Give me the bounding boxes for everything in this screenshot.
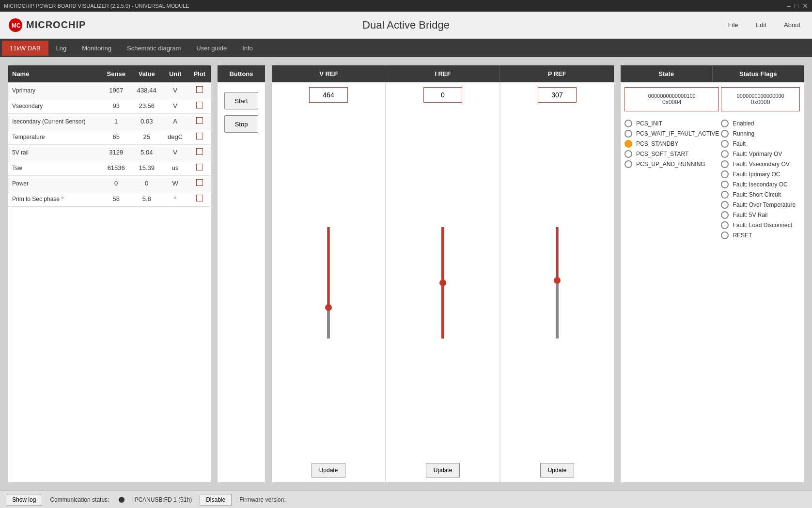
- cell-name: Tsw: [8, 160, 101, 176]
- maximize-icon[interactable]: □: [795, 2, 798, 10]
- pref-thumb[interactable]: [554, 277, 561, 284]
- menu-edit[interactable]: Edit: [752, 19, 770, 31]
- cell-value: 15.39: [131, 160, 162, 176]
- iref-track[interactable]: [441, 227, 444, 339]
- bottom-bar: Show log Communication status: PCANUSB:F…: [0, 491, 812, 508]
- title-bar: MICROCHIP POWER BOARD VISUALIZER (2.2.5.…: [0, 0, 812, 12]
- menu-bar: MC MICROCHIP Dual Active Bridge File Edi…: [0, 12, 812, 39]
- menu-file[interactable]: File: [724, 19, 742, 31]
- flag-item: Fault: Short Circuit: [721, 191, 800, 199]
- cell-value: 23.56: [131, 98, 162, 114]
- cell-sense: 61536: [101, 160, 131, 176]
- tab-user-guide[interactable]: User guide: [188, 41, 234, 56]
- state-radio[interactable]: [625, 160, 632, 168]
- cell-unit: °: [162, 191, 188, 207]
- tab-monitoring[interactable]: Monitoring: [74, 41, 119, 56]
- buttons-content: Start Stop: [218, 82, 265, 142]
- state-radio[interactable]: [625, 120, 632, 127]
- flag-item-label: Fault: Short Circuit: [733, 191, 781, 198]
- cell-name: Temperature: [8, 129, 101, 145]
- disable-button[interactable]: Disable: [200, 494, 232, 506]
- iref-update-button[interactable]: Update: [426, 463, 460, 477]
- state-radio[interactable]: [625, 130, 632, 138]
- flag-radio[interactable]: [721, 231, 729, 239]
- logo-text: MICROCHIP: [26, 19, 86, 31]
- flag-radio[interactable]: [721, 160, 729, 168]
- menu-about[interactable]: About: [780, 19, 804, 31]
- pref-input[interactable]: [538, 87, 577, 103]
- show-log-button[interactable]: Show log: [6, 494, 42, 506]
- cell-sense: 3129: [101, 145, 131, 160]
- flag-item-label: Fault: Vprimary OV: [733, 151, 782, 157]
- cell-sense: 1967: [101, 83, 131, 98]
- cell-unit: us: [162, 160, 188, 176]
- plot-checkbox[interactable]: [196, 148, 203, 155]
- tab-info[interactable]: Info: [234, 41, 261, 56]
- state-item-label: PCS_UP_AND_RUNNING: [636, 161, 705, 168]
- table-row: Vsecondary 93 23.56 V: [8, 98, 211, 114]
- minimize-icon[interactable]: –: [787, 2, 791, 10]
- logo: MC MICROCHIP: [8, 17, 86, 33]
- flag-radio[interactable]: [721, 170, 729, 178]
- pref-fill: [556, 227, 558, 280]
- tab-log[interactable]: Log: [48, 41, 75, 56]
- buttons-panel: Buttons Start Stop: [217, 65, 265, 483]
- buttons-header-label: Buttons: [223, 65, 259, 82]
- pref-track[interactable]: [556, 227, 559, 339]
- flag-radio[interactable]: [721, 150, 729, 158]
- tab-11kw-dab[interactable]: 11kW DAB: [2, 41, 48, 56]
- plot-checkbox[interactable]: [196, 102, 203, 108]
- vref-input[interactable]: [309, 87, 348, 103]
- plot-checkbox[interactable]: [196, 179, 203, 186]
- flag-item-label: Running: [733, 130, 754, 137]
- col-name: Name: [8, 65, 101, 83]
- cell-name: Vsecondary: [8, 98, 101, 114]
- pref-col: Update: [500, 82, 614, 482]
- flag-radio[interactable]: [721, 120, 729, 127]
- plot-checkbox[interactable]: [196, 195, 203, 201]
- cell-plot: [188, 145, 211, 160]
- vref-update-button[interactable]: Update: [312, 463, 345, 477]
- state-bin-value: 0000000000000100: [648, 93, 696, 99]
- flag-radio[interactable]: [721, 221, 729, 229]
- status-flags-header: Status Flags: [712, 65, 804, 82]
- vref-track[interactable]: [327, 227, 330, 339]
- pref-update-button[interactable]: Update: [540, 463, 574, 477]
- table-row: Power 0 0 W: [8, 176, 211, 191]
- flag-radio[interactable]: [721, 201, 729, 209]
- state-panel-header: State Status Flags: [621, 65, 804, 82]
- cell-value: 25: [131, 129, 162, 145]
- close-icon[interactable]: ✕: [802, 2, 808, 10]
- flag-radio[interactable]: [721, 130, 729, 138]
- cell-plot: [188, 114, 211, 129]
- state-radio[interactable]: [625, 140, 632, 148]
- flag-item-label: Fault: 5V Rail: [733, 212, 767, 218]
- plot-checkbox[interactable]: [196, 86, 203, 93]
- ref-panel-body: Update Update: [272, 82, 614, 482]
- flag-item-label: Fault: Iprimary OC: [733, 171, 780, 178]
- flag-radio[interactable]: [721, 191, 729, 199]
- cell-value: 438.44: [131, 83, 162, 98]
- iref-input[interactable]: [423, 87, 462, 103]
- state-radio[interactable]: [625, 150, 632, 158]
- cell-plot: [188, 129, 211, 145]
- svg-text:MC: MC: [12, 22, 21, 29]
- state-panel: State Status Flags 0000000000000100 0x00…: [620, 65, 804, 483]
- start-button[interactable]: Start: [224, 92, 258, 109]
- iref-thumb[interactable]: [439, 279, 446, 286]
- state-item: PCS_STANDBY: [625, 140, 719, 148]
- vref-slider-container: [327, 107, 330, 459]
- flag-radio[interactable]: [721, 140, 729, 148]
- plot-checkbox[interactable]: [196, 133, 203, 139]
- flag-radio[interactable]: [721, 211, 729, 219]
- plot-checkbox[interactable]: [196, 164, 203, 170]
- plot-checkbox[interactable]: [196, 117, 203, 124]
- buttons-header: Buttons: [218, 65, 265, 82]
- tab-schematic[interactable]: Schematic diagram: [119, 41, 188, 56]
- cell-name: 5V rail: [8, 145, 101, 160]
- vref-thumb[interactable]: [325, 304, 332, 311]
- vref-fill: [328, 227, 329, 308]
- flag-item-label: Fault: Isecondary OC: [733, 181, 787, 188]
- stop-button[interactable]: Stop: [224, 115, 258, 133]
- flag-radio[interactable]: [721, 181, 729, 188]
